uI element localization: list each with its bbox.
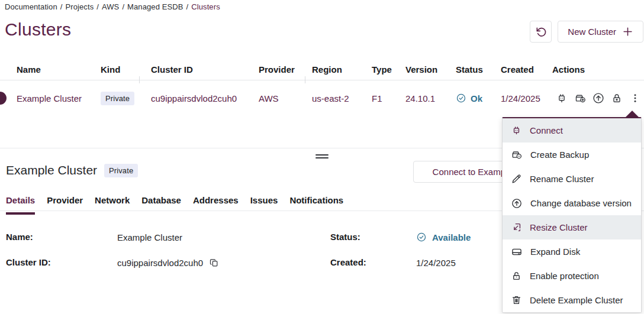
more-menu-icon[interactable]	[629, 92, 642, 105]
col-status: Status	[456, 64, 501, 75]
detail-header: Example Cluster Private	[6, 163, 138, 177]
cluster-id-label: Cluster ID:	[6, 257, 117, 268]
copy-icon[interactable]	[208, 257, 219, 268]
region-cell: us-east-2	[312, 93, 372, 103]
created-value: 1/24/2025	[416, 257, 471, 268]
col-actions: Actions	[552, 64, 644, 75]
status-value: Available	[416, 232, 471, 242]
breadcrumb-projects[interactable]: Projects	[65, 2, 94, 11]
breadcrumb-documentation[interactable]: Documentation	[5, 2, 57, 11]
header-actions: New Cluster	[530, 21, 643, 43]
row-indicator	[0, 92, 7, 105]
expand-disk-icon	[511, 246, 523, 258]
breadcrumb: Documentation/Projects/AWS/Managed ESDB/…	[5, 2, 220, 11]
detail-cluster-title: Example Cluster	[6, 163, 97, 177]
col-type: Type	[372, 64, 405, 75]
pane-drag-handle[interactable]	[315, 153, 329, 160]
check-circle-icon	[416, 232, 427, 242]
detail-tabs: Details Provider Network Database Addres…	[6, 195, 343, 215]
page-title: Clusters	[5, 20, 71, 40]
create-backup-icon	[511, 149, 523, 161]
protection-lock-icon	[511, 270, 522, 281]
plus-icon	[622, 26, 633, 37]
menu-item-rename-cluster[interactable]: Rename Cluster	[503, 167, 641, 191]
col-provider: Provider	[259, 64, 312, 75]
menu-item-resize-cluster[interactable]: Resize Cluster	[503, 215, 641, 239]
new-cluster-label: New Cluster	[568, 27, 616, 37]
row-context-menu: Connect Create Backup Rename Cluster Cha…	[502, 117, 642, 313]
detail-kind-badge: Private	[104, 164, 138, 177]
menu-caret	[626, 111, 639, 117]
tab-issues[interactable]: Issues	[250, 195, 278, 215]
name-value: Example Cluster	[117, 232, 330, 242]
refresh-button[interactable]	[530, 21, 552, 43]
menu-item-change-database-version[interactable]: Change database version	[503, 191, 641, 215]
connect-plug-icon	[511, 125, 522, 136]
trash-icon	[511, 294, 522, 306]
tab-network[interactable]: Network	[95, 195, 130, 215]
rotate-ccw-icon	[535, 26, 547, 38]
change-version-icon[interactable]	[592, 92, 605, 105]
breadcrumb-current: Clusters	[191, 2, 220, 11]
created-cell: 1/24/2025	[501, 93, 552, 103]
tab-addresses[interactable]: Addresses	[193, 195, 239, 215]
version-cell: 24.10.1	[405, 93, 456, 103]
provider-cell: AWS	[259, 93, 312, 103]
col-created: Created	[501, 64, 552, 75]
col-version: Version	[405, 64, 456, 75]
col-name: Name	[17, 64, 101, 75]
clusters-table: Name Kind Cluster ID Provider Region Typ…	[0, 59, 644, 116]
col-kind: Kind	[101, 64, 151, 75]
menu-item-expand-disk[interactable]: Expand Disk	[503, 239, 641, 264]
menu-item-connect[interactable]: Connect	[503, 118, 641, 143]
type-cell: F1	[372, 93, 405, 103]
clusters-page: Documentation/Projects/AWS/Managed ESDB/…	[0, 0, 644, 314]
check-circle-icon	[456, 93, 466, 103]
col-cluster-id: Cluster ID	[151, 64, 259, 75]
pencil-icon	[511, 173, 522, 184]
breadcrumb-aws[interactable]: AWS	[102, 2, 119, 11]
create-backup-icon[interactable]	[574, 92, 587, 105]
kind-badge: Private	[101, 92, 134, 105]
name-label: Name:	[6, 232, 117, 242]
tab-notifications[interactable]: Notifications	[289, 195, 343, 215]
resize-icon	[511, 222, 522, 233]
detail-fields: Name: Example Cluster Status: Available …	[0, 232, 471, 268]
connect-plug-icon[interactable]	[555, 92, 568, 105]
new-cluster-button[interactable]: New Cluster	[558, 21, 643, 43]
menu-item-create-backup[interactable]: Create Backup	[503, 143, 641, 167]
cluster-id-value: cu9ippairsdvlod2cuh0	[117, 257, 330, 268]
table-row: Example Cluster Private cu9ippairsdvlod2…	[0, 80, 644, 116]
change-version-icon	[511, 198, 523, 209]
status-label: Status:	[330, 232, 416, 242]
tab-details[interactable]: Details	[6, 195, 35, 215]
table-header: Name Kind Cluster ID Provider Region Typ…	[0, 59, 644, 80]
row-actions	[552, 92, 644, 105]
cluster-name-link[interactable]: Example Cluster	[17, 93, 82, 103]
menu-item-enable-protection[interactable]: Enable protection	[503, 264, 641, 288]
menu-item-delete-cluster[interactable]: Delete Example Cluster	[503, 288, 641, 312]
col-region: Region	[312, 64, 372, 75]
status-cell: Ok	[456, 93, 501, 103]
status-text: Ok	[471, 93, 482, 103]
breadcrumb-managed-esdb[interactable]: Managed ESDB	[127, 2, 183, 11]
cluster-id-cell: cu9ippairsdvlod2cuh0	[151, 93, 259, 103]
tab-provider[interactable]: Provider	[47, 195, 83, 215]
created-label: Created:	[330, 257, 416, 268]
tab-database[interactable]: Database	[141, 195, 181, 215]
protection-lock-icon[interactable]	[610, 92, 623, 105]
